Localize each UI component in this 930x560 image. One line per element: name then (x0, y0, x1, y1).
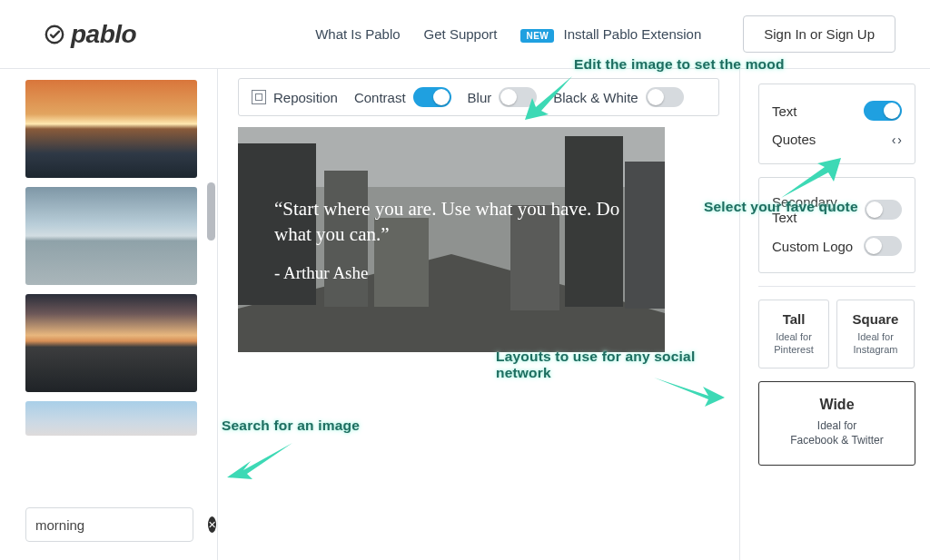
canvas-quote-text[interactable]: “Start where you are. Use what you have.… (274, 196, 628, 248)
thumbnail-scrollbar[interactable] (207, 182, 215, 241)
text-toggle[interactable] (864, 101, 902, 121)
image-search-wrap: ✕ (25, 498, 212, 549)
custom-logo-toggle[interactable] (864, 236, 902, 256)
image-edit-toolbar: Reposition Contrast Blur Black & White (238, 78, 719, 116)
clear-search-icon[interactable]: ✕ (208, 516, 216, 533)
canvas-quote-author[interactable]: - Arthur Ashe (274, 263, 628, 283)
nav-what-is[interactable]: What Is Pablo (315, 26, 400, 42)
reposition-tool[interactable]: Reposition (252, 90, 338, 105)
image-search: ✕ (25, 507, 193, 542)
custom-logo-label: Custom Logo (772, 239, 853, 254)
nav-support[interactable]: Get Support (424, 26, 498, 42)
contrast-tool: Contrast (354, 87, 451, 107)
svg-point-0 (46, 25, 63, 42)
logo-icon (44, 24, 65, 45)
divider (758, 286, 915, 287)
nav-install-extension[interactable]: NEW Install Pablo Extension (520, 26, 701, 42)
layout-wide[interactable]: Wide Ideal forFacebook & Twitter (758, 381, 915, 467)
image-thumbnail[interactable] (25, 401, 197, 436)
layout-square-sub: Ideal for Instagram (841, 330, 910, 357)
contrast-toggle[interactable] (413, 87, 451, 107)
layout-row: Tall Ideal for Pinterest Square Ideal fo… (758, 300, 915, 368)
layout-square-title: Square (841, 311, 910, 327)
image-thumbnail[interactable] (25, 294, 197, 392)
layout-tall[interactable]: Tall Ideal for Pinterest (758, 300, 829, 368)
quotes-nav[interactable]: ‹ › (892, 133, 902, 147)
extras-panel: Secondary Text Custom Logo (758, 177, 915, 273)
secondary-text-label: Secondary Text (772, 194, 865, 225)
new-badge: NEW (520, 29, 554, 43)
reposition-icon (252, 90, 266, 104)
image-thumbnail[interactable] (25, 80, 197, 178)
quotes-label: Quotes (772, 132, 816, 147)
custom-logo-row: Custom Logo (772, 231, 902, 261)
chevron-right-icon[interactable]: › (897, 133, 902, 147)
image-thumbnail[interactable] (25, 187, 197, 285)
right-sidebar: Text Quotes ‹ › Secondary Text Custom Lo… (739, 69, 930, 560)
secondary-text-row: Secondary Text (772, 189, 902, 231)
bw-label: Black & White (553, 90, 638, 105)
layout-wide-sub: Ideal forFacebook & Twitter (768, 418, 905, 449)
layout-tall-sub: Ideal for Pinterest (763, 330, 825, 357)
secondary-text-toggle[interactable] (865, 200, 902, 220)
bw-tool: Black & White (553, 87, 683, 107)
install-ext-label: Install Pablo Extension (563, 26, 701, 42)
text-label: Text (772, 103, 797, 119)
signin-button[interactable]: Sign In or Sign Up (743, 15, 895, 53)
contrast-label: Contrast (354, 90, 406, 105)
blur-tool: Blur (468, 87, 538, 107)
canvas-column: Reposition Contrast Blur Black & White (218, 69, 739, 560)
blur-label: Blur (468, 90, 492, 105)
brand-name: pablo (71, 20, 136, 49)
blur-toggle[interactable] (499, 87, 537, 107)
search-input[interactable] (35, 517, 208, 533)
header-nav: What Is Pablo Get Support NEW Install Pa… (315, 15, 895, 53)
layout-square[interactable]: Square Ideal for Instagram (836, 300, 915, 368)
chevron-left-icon[interactable]: ‹ (892, 133, 896, 147)
reposition-label: Reposition (273, 90, 338, 105)
canvas-preview[interactable]: “Start where you are. Use what you have.… (238, 127, 665, 352)
header: pablo What Is Pablo Get Support NEW Inst… (0, 0, 930, 69)
layout-wide-title: Wide (768, 397, 905, 413)
text-panel: Text Quotes ‹ › (758, 84, 915, 164)
bw-toggle[interactable] (646, 87, 684, 107)
image-sidebar: ✕ (0, 69, 218, 560)
text-row: Text (772, 95, 902, 126)
image-thumbnail-list (25, 80, 212, 498)
brand-logo: pablo (44, 20, 136, 49)
layout-tall-title: Tall (763, 311, 825, 327)
quotes-row: Quotes ‹ › (772, 126, 902, 152)
main: ✕ Reposition Contrast Blur Black & White (0, 69, 930, 560)
